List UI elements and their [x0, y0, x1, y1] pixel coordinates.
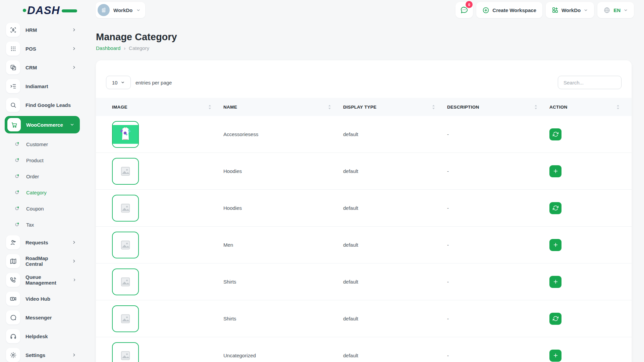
sidebar-item-settings[interactable]: Settings	[6, 347, 86, 362]
category-thumbnail	[112, 121, 139, 148]
sidebar-item-indiamart[interactable]: Indiamart	[6, 78, 86, 94]
category-name-cell: Shirts	[223, 316, 343, 321]
donut-dot-icon	[15, 222, 19, 227]
table-row: Men default -	[96, 227, 632, 263]
sidebar-item-coupon[interactable]: Coupon	[6, 200, 86, 217]
column-header-action[interactable]: ACTION	[549, 105, 632, 110]
switcher-label: WorkDo	[561, 7, 581, 13]
sidebar-item-helpdesk[interactable]: Helpdesk	[6, 328, 86, 344]
sidebar-item-roadmap-central[interactable]: RoadMap Central	[6, 253, 86, 269]
breadcrumb-dashboard-link[interactable]: Dashboard	[96, 45, 120, 51]
sidebar-item-queue-management[interactable]: Queue Management	[6, 272, 86, 288]
entries-value: 10	[112, 80, 118, 85]
grid-plus-icon	[552, 7, 558, 13]
sidebar-item-woocommerce[interactable]: WooCommerce	[5, 116, 80, 133]
globe-icon	[603, 7, 610, 14]
sidebar-item-crm[interactable]: CRM	[6, 60, 86, 75]
page-title: Manage Category	[96, 32, 644, 43]
workspace-avatar	[98, 4, 110, 16]
entries-per-page-select[interactable]: 10	[106, 76, 131, 89]
workspace-label: WorkDo	[113, 7, 132, 13]
image-placeholder-icon	[120, 166, 131, 177]
add-icon	[553, 242, 558, 248]
search-icon	[6, 98, 20, 112]
row-action-button[interactable]	[549, 276, 561, 288]
sync-icon	[553, 131, 558, 137]
message-circle-icon	[6, 310, 20, 324]
sidebar-item-category[interactable]: Category	[6, 184, 86, 200]
row-action-button[interactable]	[549, 239, 561, 251]
add-icon	[553, 353, 558, 358]
sidebar-item-requests[interactable]: Requests	[6, 235, 86, 250]
chevron-right-icon	[72, 27, 76, 32]
row-action-button[interactable]	[549, 165, 561, 177]
woocommerce-submenu: Customer Product Order Category Coupon T…	[6, 136, 86, 233]
workspace-switcher[interactable]: WorkDo	[546, 2, 594, 18]
category-thumbnail	[112, 305, 139, 332]
image-placeholder-icon	[120, 350, 131, 361]
sidebar-item-hrm[interactable]: HRM	[6, 22, 86, 38]
row-action-button[interactable]	[549, 313, 561, 325]
sidebar-item-messenger[interactable]: Messenger	[6, 310, 86, 325]
sync-icon	[553, 205, 558, 211]
table-row: Accessoriesess default -	[96, 116, 632, 153]
breadcrumb-separator: ›	[124, 46, 125, 51]
chevron-down-icon	[584, 8, 588, 12]
sidebar: HRM POS CRM Indiamart	[0, 19, 86, 362]
sidebar-item-product[interactable]: Product	[6, 152, 86, 168]
messages-button[interactable]: 0	[455, 2, 473, 18]
chevron-right-icon	[72, 46, 76, 51]
language-selector[interactable]: EN	[597, 2, 634, 18]
table-row: Uncategorized default -	[96, 337, 632, 362]
plus-circle-icon	[482, 7, 489, 14]
pos-grid-dots-icon	[6, 42, 20, 56]
notification-badge: 0	[466, 1, 473, 8]
image-placeholder-icon	[120, 202, 131, 214]
video-camera-icon	[6, 292, 20, 306]
image-placeholder-icon	[120, 313, 131, 324]
workspace-selector[interactable]: WorkDo	[96, 2, 145, 18]
sidebar-item-video-hub[interactable]: Video Hub	[6, 291, 86, 306]
column-header-image[interactable]: IMAGE	[112, 105, 223, 110]
hrm-user-scan-icon	[6, 23, 20, 37]
row-action-button[interactable]	[549, 202, 561, 214]
category-thumbnail	[112, 342, 139, 362]
category-thumbnail	[112, 268, 139, 295]
create-workspace-button[interactable]: Create Workspace	[476, 2, 542, 18]
display-type-cell: default	[343, 279, 447, 285]
description-cell: -	[447, 168, 549, 174]
sidebar-item-find-google-leads[interactable]: Find Google Leads	[6, 97, 86, 113]
chevron-down-icon	[70, 122, 74, 127]
sidebar-item-customer[interactable]: Customer	[6, 136, 86, 152]
chevron-down-icon	[136, 8, 141, 12]
display-type-cell: default	[343, 131, 447, 137]
create-workspace-label: Create Workspace	[492, 7, 536, 13]
row-action-button[interactable]	[549, 350, 561, 362]
sidebar-item-order[interactable]: Order	[6, 168, 86, 184]
shopping-cart-icon	[7, 118, 21, 131]
sidebar-item-pos[interactable]: POS	[6, 41, 86, 56]
sort-icon	[208, 105, 211, 109]
product-image	[113, 125, 138, 144]
sidebar-item-tax[interactable]: Tax	[6, 217, 86, 233]
category-name-cell: Accessoriesess	[223, 131, 343, 137]
phone-call-icon	[6, 273, 20, 287]
category-name-cell: Uncategorized	[223, 353, 343, 358]
category-table-body: Accessoriesess default -	[96, 116, 632, 362]
table-row: Hoodies default -	[96, 190, 632, 227]
map-icon	[6, 254, 20, 268]
display-type-cell: default	[343, 242, 447, 248]
column-header-display-type[interactable]: DISPLAY TYPE	[343, 105, 447, 110]
sync-icon	[553, 316, 558, 321]
sort-icon	[534, 105, 537, 109]
search-input[interactable]	[558, 76, 622, 89]
donut-dot-icon	[15, 158, 19, 163]
logo-dash	[62, 9, 77, 12]
table-row: Shirts default -	[96, 300, 632, 337]
column-header-name[interactable]: NAME	[223, 105, 343, 110]
row-action-button[interactable]	[549, 128, 561, 140]
description-cell: -	[447, 316, 549, 321]
column-header-description[interactable]: DESCRIPTION	[447, 105, 549, 110]
add-icon	[553, 279, 558, 285]
logo-dot	[23, 9, 26, 12]
